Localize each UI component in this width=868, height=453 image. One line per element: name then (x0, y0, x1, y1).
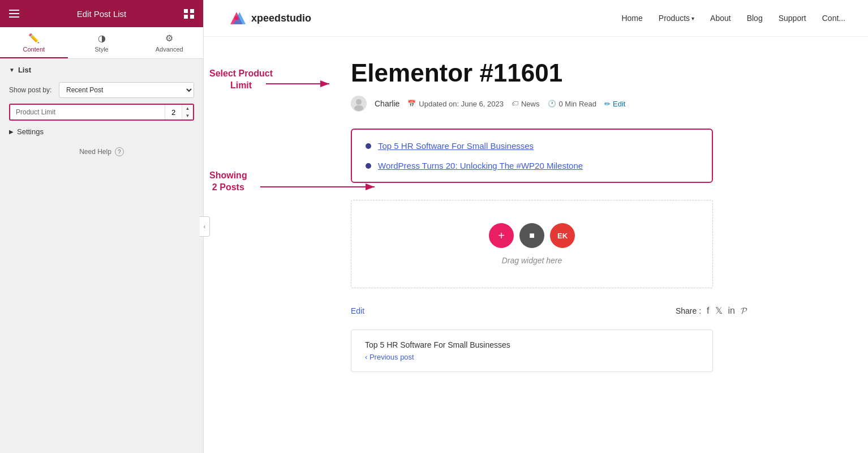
tab-content[interactable]: ✏️ Content (0, 27, 68, 58)
collapse-handle[interactable]: ‹ (200, 216, 210, 237)
nav-blog[interactable]: Blog (747, 14, 763, 23)
post-bullet-2 (366, 163, 371, 169)
twitter-share-icon[interactable]: 𝕏 (715, 305, 723, 316)
nav-cont[interactable]: Cont... (822, 14, 845, 23)
edit-share-row: Edit Share : f 𝕏 in 𝓟 (351, 305, 747, 316)
grid-icon[interactable] (184, 9, 194, 19)
hamburger-icon[interactable] (9, 10, 19, 18)
product-limit-row: Product Limit 2 ▲ ▼ (9, 104, 194, 121)
post-updated: 📅 Updated on: June 6, 2023 (407, 100, 504, 108)
post-link-1[interactable]: Top 5 HR Software For Small Businesses (378, 141, 534, 151)
advanced-tab-icon: ⚙ (165, 33, 173, 44)
square-widget-button[interactable]: ■ (519, 223, 544, 248)
ek-widget-button[interactable]: EK (550, 223, 575, 248)
nav-links: Home Products▾ About Blog Support Cont..… (621, 14, 845, 23)
nav-products[interactable]: Products▾ (659, 14, 694, 23)
widget-buttons: + ■ EK (489, 223, 575, 248)
widget-drop-zone: + ■ EK Drag widget here (351, 200, 713, 288)
tab-content-label: Content (23, 46, 45, 53)
content-tab-icon: ✏️ (28, 33, 40, 44)
annotation-showing-2-posts: Showing2 Posts (209, 170, 247, 194)
product-limit-value: 2 (165, 105, 182, 119)
tab-style-label: Style (94, 46, 108, 53)
clock-icon: 🕐 (548, 100, 556, 108)
logo-area: xpeedstudio (226, 8, 311, 28)
section-arrow-icon: ▼ (9, 67, 15, 73)
annotation-select-product-limit: Select ProductLimit (209, 68, 273, 92)
tab-style[interactable]: ◑ Style (68, 27, 136, 58)
need-help-label: Need Help (79, 148, 111, 156)
content-area: Select ProductLimit Showing2 Posts Eleme… (204, 37, 868, 453)
prev-post-box: Top 5 HR Software For Small Businesses ‹… (351, 330, 713, 372)
left-panel: Edit Post List ✏️ Content ◑ Style ⚙ Adva… (0, 0, 204, 453)
logo-text: xpeedstudio (251, 12, 311, 24)
drag-widget-text: Drag widget here (502, 256, 562, 265)
style-tab-icon: ◑ (98, 33, 106, 44)
post-bullet-1 (366, 143, 371, 149)
nav-support[interactable]: Support (779, 14, 806, 23)
tab-advanced[interactable]: ⚙ Advanced (135, 27, 203, 58)
svg-point-9 (354, 105, 363, 111)
product-limit-label: Product Limit (10, 105, 165, 119)
author-name: Charlie (375, 99, 399, 108)
nav-about[interactable]: About (710, 14, 731, 23)
list-section-header[interactable]: ▼ List (9, 66, 194, 74)
linkedin-share-icon[interactable]: in (728, 306, 735, 316)
calendar-icon: 📅 (407, 100, 416, 108)
share-label: Share : (676, 306, 701, 315)
svg-point-8 (356, 99, 362, 105)
post-link-2[interactable]: WordPress Turns 20: Unlocking The #WP20 … (378, 161, 583, 170)
tag-icon: 🏷 (512, 100, 518, 108)
panel-title: Edit Post List (19, 9, 184, 19)
author-avatar (351, 96, 367, 112)
panel-body: ▼ List Show post by: Recent Post Product… (0, 59, 203, 453)
product-limit-down-button[interactable]: ▼ (182, 112, 193, 119)
tab-advanced-label: Advanced (156, 46, 183, 53)
list-section-label: List (18, 66, 31, 74)
logo-icon (226, 8, 247, 28)
svg-point-2 (234, 16, 238, 20)
post-item-2: WordPress Turns 20: Unlocking The #WP20 … (366, 161, 698, 170)
prev-post-link[interactable]: ‹ Previous post (365, 353, 699, 361)
product-limit-up-button[interactable]: ▲ (182, 105, 193, 112)
facebook-share-icon[interactable]: f (707, 306, 709, 316)
pencil-icon: ✏ (604, 100, 611, 108)
product-limit-input-wrap: Product Limit 2 ▲ ▼ (9, 104, 194, 121)
main-area: xpeedstudio Home Products▾ About Blog Su… (204, 0, 868, 453)
post-category: 🏷 News (512, 100, 540, 108)
prev-post-title: Top 5 HR Software For Small Businesses (365, 340, 699, 349)
product-limit-arrows: ▲ ▼ (182, 105, 193, 119)
show-post-by-label: Show post by: (9, 86, 54, 94)
posts-list-box: Top 5 HR Software For Small Businesses W… (351, 129, 713, 183)
post-item: Top 5 HR Software For Small Businesses (366, 141, 698, 151)
post-meta: Charlie 📅 Updated on: June 6, 2023 🏷 New… (351, 96, 834, 112)
top-nav: xpeedstudio Home Products▾ About Blog Su… (204, 0, 868, 37)
bottom-edit-link[interactable]: Edit (351, 306, 364, 315)
annotation-arrow-product-limit (266, 75, 334, 92)
show-post-by-row: Show post by: Recent Post (9, 82, 194, 98)
products-chevron-icon: ▾ (691, 15, 694, 22)
share-area: Share : f 𝕏 in 𝓟 (676, 305, 747, 316)
settings-row[interactable]: ▶ Settings (9, 127, 194, 136)
panel-header: Edit Post List (0, 0, 203, 27)
show-post-by-select[interactable]: Recent Post (59, 82, 194, 98)
settings-label: Settings (17, 127, 44, 136)
need-help-row: Need Help ? (9, 147, 194, 156)
settings-arrow-icon: ▶ (9, 129, 14, 135)
add-widget-button[interactable]: + (489, 223, 514, 248)
post-min-read: 🕐 0 Min Read (548, 100, 596, 108)
panel-tabs: ✏️ Content ◑ Style ⚙ Advanced (0, 27, 203, 59)
post-title: Elementor #11601 (351, 59, 834, 87)
pinterest-share-icon[interactable]: 𝓟 (741, 306, 747, 316)
nav-home[interactable]: Home (621, 14, 642, 23)
help-circle-icon[interactable]: ? (115, 147, 124, 156)
post-edit-link[interactable]: ✏ Edit (604, 100, 625, 108)
